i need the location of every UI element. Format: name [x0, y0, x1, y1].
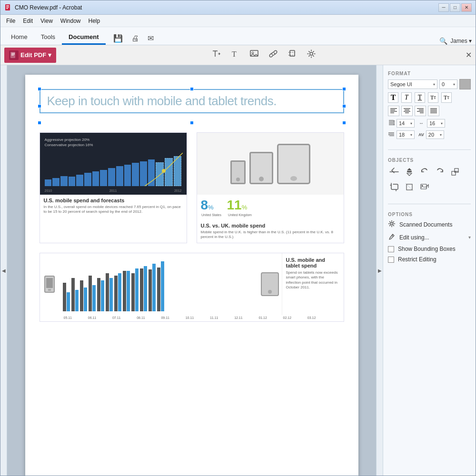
restrict-editing-checkbox[interactable] — [388, 257, 394, 263]
left-arrow-icon: ◀ — [2, 268, 6, 273]
font-color-picker[interactable] — [459, 79, 471, 89]
main-area: ◀ Keep in touch with mobile and tablet t… — [0, 65, 476, 476]
svg-text:↔: ↔ — [419, 120, 424, 126]
right-arrow-icon: ▶ — [378, 268, 382, 273]
obj-arrange[interactable] — [449, 166, 461, 178]
tool-crop[interactable] — [285, 47, 300, 63]
objects-row1 — [388, 166, 471, 178]
line-spacing-val[interactable]: 14 ▾ — [397, 119, 415, 128]
obj-flip-v[interactable] — [403, 166, 416, 178]
tab-tools[interactable]: Tools — [34, 30, 62, 45]
chart2-caption: U.S. vs. UK. mobile spend Mobile spend i… — [197, 220, 344, 243]
tool-settings[interactable] — [304, 47, 319, 63]
font-family-select[interactable]: Segoe UI ▾ — [388, 79, 437, 89]
spacing-row1: 14 ▾ ↔ 16 ▾ — [388, 119, 471, 128]
chart3-title: U.S. mobile and tablet spend — [286, 257, 340, 268]
handle-tr[interactable] — [342, 87, 346, 91]
tool-image[interactable] — [247, 47, 262, 63]
align-center[interactable] — [401, 106, 413, 116]
font-size-select[interactable]: 0 ▾ — [439, 79, 457, 89]
indent-val[interactable]: 18 ▾ — [397, 130, 415, 139]
edit-using-arrow: ▾ — [468, 235, 471, 240]
toolbar-close-button[interactable]: ✕ — [466, 50, 472, 60]
menu-window[interactable]: Window — [57, 16, 85, 26]
chart3-box: U.S. mobile and tablet spend Spend on ta… — [40, 253, 344, 322]
menu-view[interactable]: View — [37, 16, 57, 26]
tablet-device — [258, 253, 282, 315]
handle-ml[interactable] — [38, 104, 41, 108]
font-size-chevron: ▾ — [453, 82, 455, 87]
align-justify[interactable] — [428, 106, 439, 116]
svg-point-10 — [162, 169, 166, 173]
font-family-value: Segoe UI — [390, 81, 412, 87]
obj-replace-image[interactable] — [418, 181, 431, 193]
obj-rotate-cw[interactable] — [434, 166, 446, 178]
tool-text[interactable]: T — [228, 47, 243, 63]
document-page: Keep in touch with mobile and tablet tre… — [25, 75, 358, 476]
handle-br[interactable] — [342, 121, 346, 125]
char-spacing-icon: ↔ — [418, 119, 425, 128]
document-area: Keep in touch with mobile and tablet tre… — [7, 65, 376, 476]
style-t3[interactable]: T — [415, 92, 425, 103]
app-icon — [4, 4, 12, 11]
svg-text:T: T — [232, 50, 237, 58]
options-label: OPTIONS — [388, 212, 471, 217]
obj-flip-h[interactable] — [388, 166, 400, 178]
minimize-button[interactable]: ─ — [438, 3, 449, 12]
option-scanned-documents[interactable]: Scanned Documents — [388, 220, 471, 229]
tab-home[interactable]: Home — [4, 30, 34, 45]
close-button[interactable]: ✕ — [461, 3, 472, 12]
indent-icon — [388, 131, 395, 139]
ribbon-search: 🔍 James ▾ — [439, 37, 472, 45]
gear-icon — [388, 220, 396, 229]
chart3-text: Spend on tablets now exceeds smart phone… — [286, 270, 340, 290]
save-icon[interactable]: 💾 — [111, 32, 125, 45]
svg-rect-36 — [407, 171, 412, 172]
kerning-val[interactable]: 20 ▾ — [426, 130, 444, 139]
handle-tl[interactable] — [38, 87, 41, 91]
format-label: FORMAT — [388, 71, 471, 76]
maximize-button[interactable]: □ — [450, 3, 460, 12]
font-size-value: 0 — [442, 81, 445, 87]
font-family-chevron: ▾ — [433, 82, 435, 87]
obj-trim[interactable] — [403, 181, 416, 193]
menu-help[interactable]: Help — [85, 16, 104, 26]
obj-crop[interactable] — [388, 181, 400, 193]
align-right[interactable] — [415, 106, 426, 116]
svg-rect-43 — [421, 184, 426, 189]
handle-bl[interactable] — [38, 121, 41, 125]
handle-tm[interactable] — [190, 87, 194, 91]
email-icon[interactable]: ✉ — [146, 32, 156, 45]
right-panel-toggle[interactable]: ▶ — [376, 65, 383, 476]
menu-edit[interactable]: Edit — [19, 16, 37, 26]
line-spacing-icon — [388, 119, 395, 128]
tool-link[interactable] — [266, 47, 281, 63]
toolbar: Edit PDF ▾ T ✕ — [0, 45, 476, 65]
tool-add-text[interactable] — [208, 47, 224, 63]
menu-file[interactable]: File — [2, 16, 19, 26]
style-t2[interactable]: T — [401, 92, 412, 103]
scanned-documents-label: Scanned Documents — [399, 221, 452, 228]
bounding-boxes-checkbox[interactable] — [388, 246, 394, 252]
style-t4[interactable]: TT — [428, 92, 438, 103]
option-restrict-editing[interactable]: Restrict Editing — [388, 256, 471, 263]
left-panel-toggle[interactable]: ◀ — [0, 65, 7, 476]
search-icon[interactable]: 🔍 — [439, 37, 447, 45]
document-title-box[interactable]: Keep in touch with mobile and tablet tre… — [40, 89, 344, 113]
user-label[interactable]: James ▾ — [450, 38, 472, 44]
handle-mr[interactable] — [342, 104, 346, 108]
handle-bm[interactable] — [190, 121, 194, 125]
stat-uk: 11 % United Kingdom — [227, 198, 253, 217]
print-icon[interactable]: 🖨 — [129, 32, 141, 45]
align-left[interactable] — [388, 106, 399, 116]
option-edit-using[interactable]: Edit using... ▾ — [388, 233, 471, 242]
obj-rotate-ccw[interactable] — [418, 166, 431, 178]
char-spacing-val[interactable]: 16 ▾ — [427, 119, 445, 128]
edit-pdf-button[interactable]: Edit PDF ▾ — [4, 48, 56, 63]
window-title: CMO Review.pdf - Acrobat — [15, 4, 438, 11]
style-t5[interactable]: TT — [441, 92, 452, 103]
option-bounding-boxes[interactable]: Show Bounding Boxes — [388, 246, 471, 252]
svg-marker-37 — [407, 173, 412, 176]
tab-document[interactable]: Document — [62, 30, 106, 45]
style-t1[interactable]: T — [388, 92, 398, 103]
